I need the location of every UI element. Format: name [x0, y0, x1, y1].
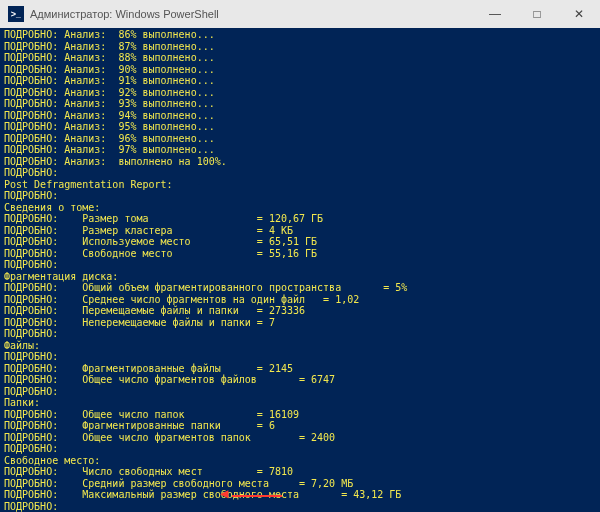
verbose-prefix: ПОДРОБНО:: [4, 432, 58, 443]
section-files: Файлы:: [4, 340, 596, 352]
verbose-prefix: ПОДРОБНО:: [4, 167, 58, 178]
verbose-prefix: ПОДРОБНО:: [4, 305, 58, 316]
row-volume-size: Размер тома = 120,67 ГБ: [58, 213, 323, 224]
analysis-progress-line: ПОДРОБНО: Анализ: 93% выполнено...: [4, 98, 596, 110]
verbose-prefix: ПОДРОБНО:: [4, 466, 58, 477]
row-frag-files: Фрагментированные файлы = 2145: [58, 363, 293, 374]
section-folders: Папки:: [4, 397, 596, 409]
row-frag-total: Общий объем фрагментированного пространс…: [58, 282, 407, 293]
verbose-prefix: ПОДРОБНО:: [4, 248, 58, 259]
close-button[interactable]: ✕: [558, 0, 600, 28]
verbose-prefix: ПОДРОБНО:: [4, 259, 58, 270]
section-volume-info: Сведения о томе:: [4, 202, 596, 214]
row-cluster-size: Размер кластера = 4 КБ: [58, 225, 293, 236]
analysis-progress-line: ПОДРОБНО: Анализ: 92% выполнено...: [4, 87, 596, 99]
verbose-prefix: ПОДРОБНО:: [4, 489, 58, 500]
row-frag-file-count: Общее число фрагментов файлов = 6747: [58, 374, 335, 385]
titlebar[interactable]: >_ Администратор: Windows PowerShell — □…: [0, 0, 600, 28]
verbose-prefix: ПОДРОБНО:: [4, 501, 58, 512]
analysis-progress-line: ПОДРОБНО: Анализ: 90% выполнено...: [4, 64, 596, 76]
verbose-prefix: ПОДРОБНО:: [4, 190, 58, 201]
section-disk-fragmentation: Фрагментация диска:: [4, 271, 596, 283]
verbose-prefix: ПОДРОБНО:: [4, 386, 58, 397]
analysis-progress-line: ПОДРОБНО: Анализ: 88% выполнено...: [4, 52, 596, 64]
annotation-arrow-icon: ◀: [220, 488, 228, 500]
row-free-avg: Средний размер свободного места = 7,20 М…: [58, 478, 353, 489]
verbose-prefix: ПОДРОБНО:: [4, 363, 58, 374]
minimize-button[interactable]: —: [474, 0, 516, 28]
verbose-prefix: ПОДРОБНО:: [4, 443, 58, 454]
row-free-space: Свободное место = 55,16 ГБ: [58, 248, 317, 259]
terminal-output[interactable]: ПОДРОБНО: Анализ: 86% выполнено...ПОДРОБ…: [0, 28, 600, 512]
verbose-prefix: ПОДРОБНО:: [4, 294, 58, 305]
row-free-max: Максимальный размер свободного места = 4…: [58, 489, 401, 500]
row-used-space: Используемое место = 65,51 ГБ: [58, 236, 317, 247]
powershell-icon: >_: [8, 6, 24, 22]
row-movable: Перемещаемые файлы и папки = 273336: [58, 305, 305, 316]
analysis-progress-line: ПОДРОБНО: Анализ: 86% выполнено...: [4, 29, 596, 41]
verbose-prefix: ПОДРОБНО:: [4, 374, 58, 385]
window-buttons: — □ ✕: [474, 0, 600, 28]
verbose-prefix: ПОДРОБНО:: [4, 409, 58, 420]
row-frag-folder-count: Общее число фрагментов папок = 2400: [58, 432, 335, 443]
verbose-prefix: ПОДРОБНО:: [4, 282, 58, 293]
verbose-prefix: ПОДРОБНО:: [4, 236, 58, 247]
row-folder-count: Общее число папок = 16109: [58, 409, 299, 420]
analysis-progress-line: ПОДРОБНО: Анализ: 94% выполнено...: [4, 110, 596, 122]
analysis-progress-line: ПОДРОБНО: Анализ: 91% выполнено...: [4, 75, 596, 87]
section-post-report: Post Defragmentation Report:: [4, 179, 596, 191]
maximize-button[interactable]: □: [516, 0, 558, 28]
analysis-progress-line: ПОДРОБНО: Анализ: 96% выполнено...: [4, 133, 596, 145]
row-unmovable: Неперемещаемые файлы и папки = 7: [58, 317, 275, 328]
verbose-prefix: ПОДРОБНО:: [4, 328, 58, 339]
row-frag-avg: Среднее число фрагментов на один файл = …: [58, 294, 359, 305]
section-free-space: Свободное место:: [4, 455, 596, 467]
verbose-prefix: ПОДРОБНО:: [4, 225, 58, 236]
row-frag-folders: Фрагментированные папки = 6: [58, 420, 275, 431]
analysis-progress-line: ПОДРОБНО: Анализ: 87% выполнено...: [4, 41, 596, 53]
verbose-prefix: ПОДРОБНО:: [4, 317, 58, 328]
verbose-prefix: ПОДРОБНО:: [4, 478, 58, 489]
verbose-prefix: ПОДРОБНО:: [4, 420, 58, 431]
row-free-count: Число свободных мест = 7810: [58, 466, 293, 477]
powershell-window: >_ Администратор: Windows PowerShell — □…: [0, 0, 600, 512]
window-title: Администратор: Windows PowerShell: [30, 8, 474, 20]
analysis-progress-line: ПОДРОБНО: Анализ: 97% выполнено...: [4, 144, 596, 156]
analysis-complete-line: ПОДРОБНО: Анализ: выполнено на 100%.: [4, 156, 596, 168]
verbose-prefix: ПОДРОБНО:: [4, 213, 58, 224]
verbose-prefix: ПОДРОБНО:: [4, 351, 58, 362]
analysis-progress-line: ПОДРОБНО: Анализ: 95% выполнено...: [4, 121, 596, 133]
